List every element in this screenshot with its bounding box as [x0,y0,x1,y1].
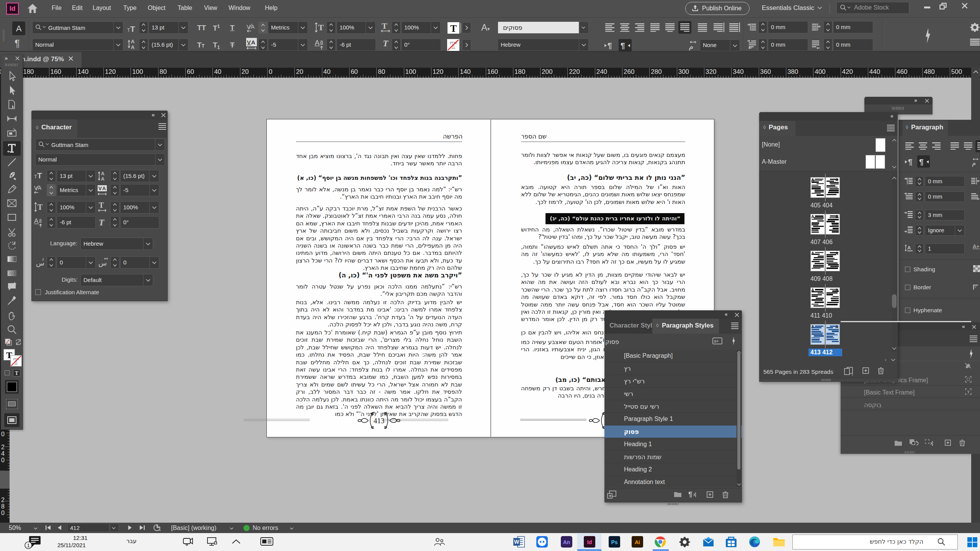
svg-text:413: 413 [374,417,385,425]
svg-text:A: A [907,245,911,251]
svg-text:Ai: Ai [635,539,640,545]
svg-text:A: A [101,171,105,176]
svg-text:a: a [39,217,42,223]
svg-text:An: An [563,539,570,545]
svg-text:V: V [247,39,251,46]
svg-text:T: T [382,22,387,31]
svg-text:V: V [98,186,102,191]
svg-text:T: T [967,390,970,394]
svg-text:A: A [34,217,39,225]
svg-text:م: م [972,159,976,167]
svg-text:A: A [102,186,106,191]
svg-text:¶: ¶ [908,157,913,166]
svg-text:T: T [99,218,105,227]
svg-text:T: T [38,203,43,211]
svg-text:¶: ¶ [621,41,625,50]
svg-text:A: A [131,39,135,44]
svg-text:T: T [34,174,37,179]
svg-text:۶: ۶ [42,258,44,262]
svg-text:T: T [99,202,104,209]
svg-text:a+: a+ [714,339,719,343]
svg-text:¶: ¶ [919,157,924,166]
svg-text:V: V [247,23,250,30]
svg-text:W: W [514,539,519,545]
svg-text:1: 1 [27,543,29,548]
svg-text:A: A [251,39,255,46]
svg-text:a: a [320,39,323,45]
svg-text:A: A [101,176,105,182]
svg-text:A: A [38,185,42,191]
svg-text:A: A [315,39,320,47]
svg-text:T: T [37,171,42,180]
svg-text:Ps: Ps [611,539,617,545]
svg-text:T: T [318,23,324,32]
svg-text:A: A [131,44,135,50]
svg-text:¶: ¶ [608,41,612,50]
svg-text:س: س [98,259,107,267]
svg-text:¶: ¶ [688,491,693,498]
svg-text:Id: Id [587,539,592,545]
